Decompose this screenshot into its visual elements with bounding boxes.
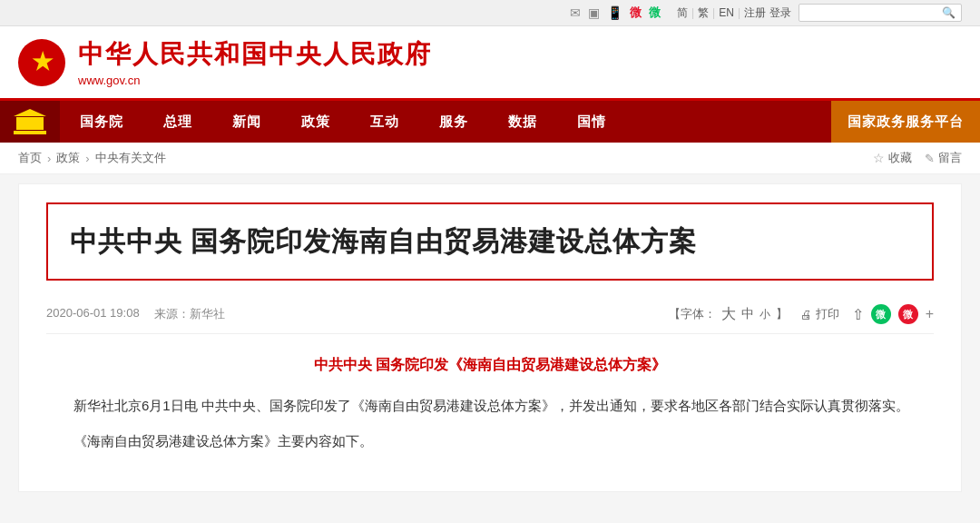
breadcrumb-actions: ☆ 收藏 ✎ 留言 xyxy=(873,150,962,166)
language-links: 简 | 繁 | EN | 注册 登录 xyxy=(677,5,791,21)
collect-action[interactable]: ☆ 收藏 xyxy=(873,150,912,166)
divider3: | xyxy=(738,6,740,19)
sep1: › xyxy=(47,152,51,165)
nav-item-fuwu[interactable]: 服务 xyxy=(419,101,488,143)
divider: | xyxy=(691,6,694,19)
meta-left: 2020-06-01 19:08 来源：新华社 xyxy=(46,306,225,322)
breadcrumb-policy[interactable]: 政策 xyxy=(56,150,80,166)
breadcrumb-home[interactable]: 首页 xyxy=(18,150,42,166)
article-paragraph-2: 《海南自由贸易港建设总体方案》主要内容如下。 xyxy=(46,429,934,453)
article-date: 2020-06-01 19:08 xyxy=(46,306,140,322)
nav-item-zhengce[interactable]: 政策 xyxy=(281,101,350,143)
font-label: 【字体： xyxy=(669,306,716,322)
font-small[interactable]: 小 xyxy=(760,307,770,322)
font-medium[interactable]: 中 xyxy=(741,306,754,322)
wechat-top-icon[interactable]: 微 xyxy=(649,5,661,21)
article-source: 来源：新华社 xyxy=(154,306,225,322)
building-base xyxy=(14,131,46,134)
search-box[interactable]: 🔍 xyxy=(799,4,962,22)
share-icon[interactable]: ⇧ xyxy=(852,306,864,323)
nav-item-zongli[interactable]: 总理 xyxy=(143,101,212,143)
simplified-link[interactable]: 简 xyxy=(677,5,688,21)
english-link[interactable]: EN xyxy=(719,6,734,19)
nav-item-platform[interactable]: 国家政务服务平台 xyxy=(831,101,980,143)
site-url: www.gov.cn xyxy=(78,74,432,87)
more-share[interactable]: + xyxy=(926,306,934,322)
nav-item-guoqing[interactable]: 国情 xyxy=(557,101,626,143)
breadcrumb-bar: 首页 › 政策 › 中央有关文件 ☆ 收藏 ✎ 留言 xyxy=(0,143,980,174)
building-body xyxy=(16,117,44,130)
register-link[interactable]: 注册 xyxy=(744,5,766,21)
font-large[interactable]: 大 xyxy=(721,305,736,324)
search-icon[interactable]: 🔍 xyxy=(942,6,956,19)
mail-icon[interactable]: ✉ xyxy=(570,5,581,20)
share-icons: ⇧ 微 微 + xyxy=(852,304,934,324)
font-end: 】 xyxy=(776,306,788,322)
mobile-icon[interactable]: 📱 xyxy=(607,5,622,20)
nav-item-hudong[interactable]: 互动 xyxy=(350,101,419,143)
national-emblem: ★ xyxy=(18,39,65,86)
article-body: 中共中央 国务院印发《海南自由贸易港建设总体方案》 新华社北京6月1日电 中共中… xyxy=(46,352,934,453)
source-value: 新华社 xyxy=(190,307,225,321)
building-icon xyxy=(14,109,46,134)
search-input[interactable] xyxy=(805,6,942,19)
weibo-share-button[interactable]: 微 xyxy=(898,304,918,324)
nav-items: 国务院 总理 新闻 政策 互动 服务 数据 国情 国家政务服务平台 xyxy=(60,101,980,143)
article-title: 中共中央 国务院印发海南自由贸易港建设总体方案 xyxy=(70,222,910,261)
font-size-ctrl: 【字体： 大 中 小 】 xyxy=(669,305,788,324)
print-icon: 🖨 xyxy=(800,308,812,321)
meta-right: 【字体： 大 中 小 】 🖨 打印 ⇧ 微 微 + xyxy=(669,304,934,324)
star-icon: ☆ xyxy=(873,151,885,165)
breadcrumb-current: 中央有关文件 xyxy=(95,150,166,166)
weibo-top-icon[interactable]: 微 xyxy=(630,5,642,21)
comment-label[interactable]: 留言 xyxy=(938,150,962,166)
header-text: 中华人民共和国中央人民政府 www.gov.cn xyxy=(78,37,432,87)
source-label: 来源： xyxy=(154,307,190,321)
top-utility-bar: ✉ ▣ 📱 微 微 简 | 繁 | EN | 注册 登录 🔍 xyxy=(0,0,980,26)
breadcrumb: 首页 › 政策 › 中央有关文件 xyxy=(18,150,166,166)
article-paragraph-1: 新华社北京6月1日电 中共中央、国务院印发了《海南自由贸易港建设总体方案》，并发… xyxy=(46,393,934,418)
print-button[interactable]: 🖨 打印 xyxy=(800,306,839,322)
top-icons: ✉ ▣ 📱 微 微 xyxy=(570,5,661,21)
nav-item-shuju[interactable]: 数据 xyxy=(488,101,557,143)
article-center-title: 中共中央 国务院印发《海南自由贸易港建设总体方案》 xyxy=(46,352,934,379)
nav-item-xinwen[interactable]: 新闻 xyxy=(212,101,281,143)
header-left: ★ 中华人民共和国中央人民政府 www.gov.cn xyxy=(18,37,432,87)
edit-icon: ✎ xyxy=(925,152,935,165)
article-title-box: 中共中央 国务院印发海南自由贸易港建设总体方案 xyxy=(46,202,934,281)
wechat-share-button[interactable]: 微 xyxy=(871,304,891,324)
screen-icon[interactable]: ▣ xyxy=(588,5,600,20)
main-content: 中共中央 国务院印发海南自由贸易港建设总体方案 2020-06-01 19:08… xyxy=(18,183,962,492)
navbar: 国务院 总理 新闻 政策 互动 服务 数据 国情 国家政务服务平台 xyxy=(0,101,980,143)
nav-item-guowuyuan[interactable]: 国务院 xyxy=(60,101,143,143)
sep2: › xyxy=(85,152,89,165)
traditional-link[interactable]: 繁 xyxy=(698,5,709,21)
meta-row: 2020-06-01 19:08 来源：新华社 【字体： 大 中 小 】 🖨 打… xyxy=(46,295,934,334)
site-title: 中华人民共和国中央人民政府 xyxy=(78,37,432,72)
nav-logo-box xyxy=(0,101,60,143)
divider2: | xyxy=(712,6,715,19)
building-roof xyxy=(14,109,46,116)
comment-action[interactable]: ✎ 留言 xyxy=(925,150,962,166)
login-link[interactable]: 登录 xyxy=(769,5,791,21)
collect-label[interactable]: 收藏 xyxy=(888,150,912,166)
print-label: 打印 xyxy=(816,306,839,322)
site-header: ★ 中华人民共和国中央人民政府 www.gov.cn xyxy=(0,26,980,101)
